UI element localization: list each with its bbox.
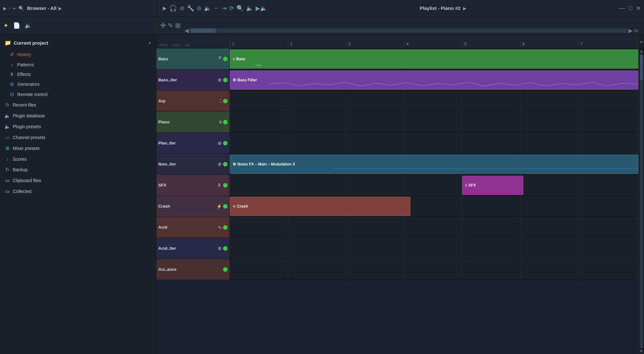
pattern-area-nois-filter[interactable]: ⚙ Noise FX – Main – Modulation X bbox=[230, 154, 638, 174]
pattern-area-acid-filter[interactable] bbox=[230, 238, 638, 259]
pattern-area-bass-filter[interactable]: ⚙ Bass Filter bbox=[230, 70, 638, 90]
pattern-area-arp[interactable] bbox=[230, 91, 638, 111]
sidebar-item-history[interactable]: ↺ History bbox=[0, 49, 156, 60]
scroll-end-icon[interactable]: ⊳ bbox=[634, 27, 639, 34]
headphone-icon[interactable]: 🎧 bbox=[169, 4, 177, 12]
playlist-area: NOTE CHAN PAT 1 2 3 4 5 6 7 bbox=[156, 34, 644, 354]
vscroll-down-icon[interactable]: ▼ bbox=[640, 349, 643, 353]
pattern-area-bass[interactable]: ≡ Bass bbox=[230, 48, 638, 69]
pattern-noise-fx[interactable]: ⚙ Noise FX – Main – Modulation X bbox=[230, 155, 638, 174]
bass-instrument-icon[interactable]: 𝄢 bbox=[218, 55, 222, 62]
nois-filter-dot[interactable] bbox=[223, 162, 228, 166]
sidebar-item-plugin-presets[interactable]: 🔈 Plugin presets bbox=[0, 121, 156, 132]
sfx-icon[interactable]: 🎙 bbox=[217, 183, 222, 188]
minimize-btn[interactable]: — bbox=[619, 5, 625, 11]
nois-filter-icon[interactable]: ⚙ bbox=[218, 162, 222, 167]
pattern-bass-filter[interactable]: ⚙ Bass Filter bbox=[230, 70, 638, 90]
arp-dot[interactable] bbox=[223, 99, 228, 103]
stretch-icon[interactable]: ↔ bbox=[213, 5, 219, 11]
fast-fwd-icon[interactable]: ⇥ bbox=[222, 5, 227, 12]
playlist-arrow-icon[interactable]: ▶ bbox=[463, 6, 467, 11]
bass-active-dot[interactable] bbox=[223, 57, 228, 61]
sidebar-item-plugin-database[interactable]: 🔈 Plugin database bbox=[0, 110, 156, 121]
pattern-area-acid[interactable] bbox=[230, 217, 638, 238]
sidebar-item-generators[interactable]: ⊞ Generators bbox=[0, 79, 156, 89]
sidebar-item-clipboard-files[interactable]: ▭ Clipboard files bbox=[0, 175, 156, 186]
crash-icon[interactable]: ⚡ bbox=[216, 204, 222, 209]
sidebar-item-remote-control[interactable]: ⊟ Remote control bbox=[0, 89, 156, 100]
sidebar-item-effects[interactable]: 🎙 Effects bbox=[0, 70, 156, 79]
sidebar-item-patterns[interactable]: ♪ Patterns bbox=[0, 60, 156, 70]
volume-icon[interactable]: 🔈 bbox=[246, 5, 253, 12]
scroll-up-icon[interactable]: ▲ bbox=[640, 39, 643, 44]
scroll-left-icon[interactable]: ◀ bbox=[184, 27, 189, 34]
track-name-crash: Crash bbox=[158, 204, 215, 209]
track-header-bass-filter: Bass..lter ⚙ bbox=[156, 70, 230, 90]
maximize-btn[interactable]: □ bbox=[629, 5, 632, 11]
pian-filter-dot[interactable] bbox=[223, 141, 228, 145]
sidebar-item-scores[interactable]: ♪ Scores bbox=[0, 154, 156, 164]
pattern-area-crash[interactable]: ⊹ Crash bbox=[230, 196, 638, 217]
play-btn[interactable]: ▶ bbox=[163, 5, 167, 11]
content-area: 📁 Current project ▼ ↺ History ♪ Patterns… bbox=[0, 34, 644, 354]
pattern-area-pian-filter[interactable] bbox=[230, 133, 638, 153]
wrench-icon[interactable]: 🔧 bbox=[187, 5, 194, 12]
zoom-icon[interactable]: 🔍 bbox=[236, 5, 243, 12]
search-icon[interactable]: 🔍 bbox=[19, 6, 24, 11]
mute-icon[interactable]: ⊘ bbox=[197, 5, 201, 12]
pian-filter-icon[interactable]: ⚙ bbox=[218, 141, 222, 146]
bass-filter-icon[interactable]: ⚙ bbox=[218, 77, 222, 83]
copy-icon[interactable]: 📄 bbox=[13, 22, 20, 29]
plugin-db-label: Plugin database bbox=[13, 113, 45, 118]
aci-ance-dot[interactable] bbox=[223, 267, 228, 272]
browser-arrow-icon[interactable]: ▶ bbox=[58, 6, 62, 11]
sidebar-item-backup[interactable]: ↻ Backup bbox=[0, 164, 156, 175]
current-project-header[interactable]: 📁 Current project ▼ bbox=[0, 36, 156, 49]
plugin-presets-label: Plugin presets bbox=[13, 124, 41, 129]
speaker-small-icon[interactable]: 🔈 bbox=[25, 22, 32, 29]
sidebar-item-channel-presets[interactable]: ▭ Channel presets bbox=[0, 132, 156, 143]
up-icon[interactable]: ↑ bbox=[9, 6, 11, 11]
pattern-bass-1[interactable]: ≡ Bass bbox=[230, 49, 638, 69]
play-icon[interactable]: ▶ bbox=[3, 6, 7, 11]
piano-dot[interactable] bbox=[223, 120, 228, 124]
toolbar-left: ✦ 📄 🔈 bbox=[0, 17, 156, 34]
ruler-mark-6: 6 bbox=[520, 41, 578, 46]
speaker2-icon[interactable]: ▶🔈 bbox=[256, 5, 267, 12]
effects-label: Effects bbox=[17, 72, 31, 77]
vscroll-up-icon[interactable]: ▲ bbox=[640, 49, 643, 54]
sidebar-item-mixer-presets[interactable]: ⊞ Mixer presets bbox=[0, 143, 156, 154]
grid-icon[interactable]: ⊞ bbox=[175, 22, 181, 29]
sfx-dot[interactable] bbox=[223, 183, 228, 188]
pattern-sfx[interactable]: ≡ SFX bbox=[462, 176, 523, 195]
acid-dot[interactable] bbox=[223, 225, 228, 230]
track-name-arp: Arp bbox=[158, 99, 218, 103]
pattern-area-sfx[interactable]: ≡ SFX bbox=[230, 175, 638, 195]
speaker-icon[interactable]: 🔈 bbox=[204, 5, 211, 12]
piano-icon[interactable]: ≡ bbox=[219, 119, 222, 125]
track-header-sfx: SFX 🎙 bbox=[156, 175, 230, 195]
arp-icon[interactable]: ⁚⁚ bbox=[219, 99, 222, 104]
rotate-icon[interactable]: ⟳ bbox=[229, 5, 234, 12]
pattern-crash[interactable]: ⊹ Crash bbox=[230, 197, 410, 216]
acid-icon[interactable]: ∿ bbox=[218, 224, 222, 230]
undo-icon[interactable]: ↩ bbox=[13, 6, 17, 11]
pen-icon[interactable]: ✎ bbox=[168, 22, 173, 29]
crash-dot[interactable] bbox=[223, 204, 228, 209]
track-name-piano: Piano bbox=[158, 120, 218, 124]
sidebar-item-recent-files[interactable]: ↻ Recent files bbox=[0, 100, 156, 110]
sidebar-item-collected[interactable]: ▭ Collected bbox=[0, 186, 156, 197]
bass-filter-dot[interactable] bbox=[223, 78, 228, 82]
acid-filter-icon[interactable]: ⚙ bbox=[218, 246, 222, 251]
track-row-piano: Piano ≡ bbox=[156, 112, 638, 133]
pattern-area-piano[interactable] bbox=[230, 112, 638, 132]
acid-filter-dot[interactable] bbox=[223, 246, 228, 251]
scroll-right-icon[interactable]: ▶ bbox=[628, 27, 633, 34]
move-icon[interactable]: ✛ bbox=[160, 21, 166, 30]
close-btn[interactable]: ✕ bbox=[636, 5, 641, 12]
sparkle-icon[interactable]: ✦ bbox=[3, 22, 9, 29]
pattern-area-aci-ance[interactable] bbox=[230, 259, 638, 280]
link-icon[interactable]: ⊘ bbox=[180, 5, 184, 12]
app-container: ▶ ↑ ↩ 🔍 Browser - All ▶ ▶ 🎧 ⊘ 🔧 ⊘ 🔈 ↔ ⇥ … bbox=[0, 0, 644, 354]
track-name-sfx: SFX bbox=[158, 183, 216, 188]
